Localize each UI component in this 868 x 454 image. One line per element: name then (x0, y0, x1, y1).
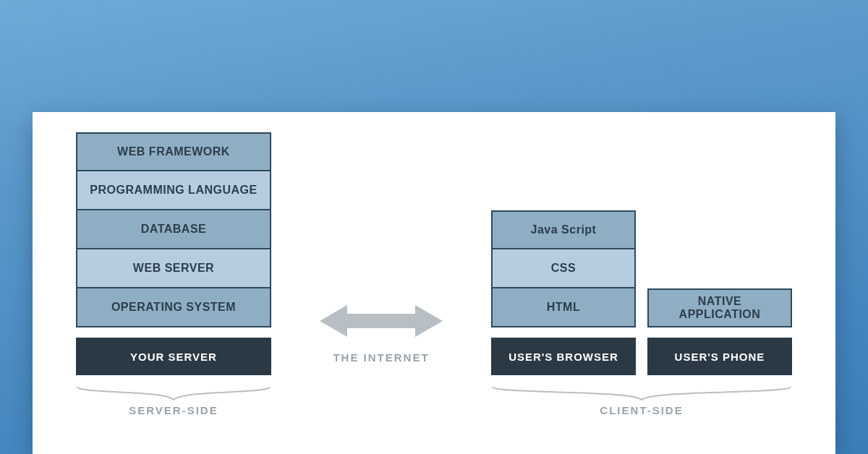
server-layer: OPERATING SYSTEM (76, 288, 271, 327)
internet-column: THE INTERNET (309, 302, 454, 375)
client-brace: CLIENT-SIDE (491, 385, 792, 416)
browser-layer: Java Script (491, 210, 636, 249)
phone-base: USER'S PHONE (647, 338, 792, 375)
server-layer: WEB FRAMEWORK (76, 132, 271, 171)
phone-stack: NATIVE APPLICATION USER'S PHONE (647, 288, 792, 375)
phone-layer: NATIVE APPLICATION (647, 288, 792, 327)
server-stack: WEB FRAMEWORK PROGRAMMING LANGUAGE DATAB… (76, 132, 271, 375)
server-brace: SERVER-SIDE (76, 385, 271, 416)
columns-row: WEB FRAMEWORK PROGRAMMING LANGUAGE DATAB… (76, 132, 792, 375)
brace-row: SERVER-SIDE CLIENT-SIDE (76, 385, 792, 416)
client-group: Java Script CSS HTML USER'S BROWSER NATI… (491, 210, 792, 375)
diagram-card: WEB FRAMEWORK PROGRAMMING LANGUAGE DATAB… (33, 112, 835, 454)
server-base: YOUR SERVER (76, 338, 271, 375)
browser-layer: CSS (491, 249, 636, 288)
internet-label: THE INTERNET (333, 351, 429, 364)
server-layer: DATABASE (76, 210, 271, 249)
brace-icon (491, 385, 792, 401)
svg-marker-0 (320, 305, 443, 337)
server-layer: PROGRAMMING LANGUAGE (76, 171, 271, 210)
brace-icon (76, 385, 271, 401)
bidirectional-arrow-icon (320, 302, 443, 340)
server-layer: WEB SERVER (76, 249, 271, 288)
client-group-label: CLIENT-SIDE (600, 404, 683, 416)
browser-stack: Java Script CSS HTML USER'S BROWSER (491, 210, 636, 375)
browser-base: USER'S BROWSER (491, 338, 636, 375)
browser-layer: HTML (491, 288, 636, 327)
server-group-label: SERVER-SIDE (129, 404, 218, 416)
